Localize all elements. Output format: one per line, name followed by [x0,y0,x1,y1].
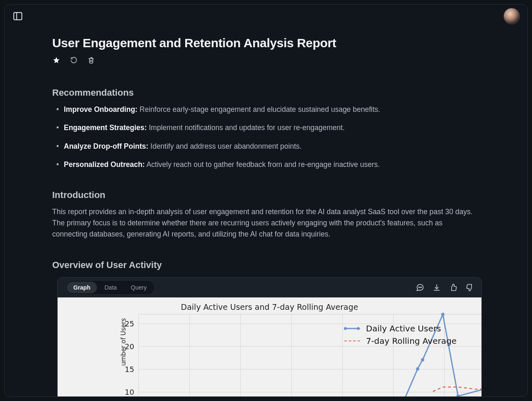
recommendation-text: Implement notifications and updates for … [149,123,345,132]
download-button[interactable] [433,283,441,292]
thumbs-down-button[interactable] [466,283,474,292]
chart-actions [416,283,474,292]
legend-label: Daily Active Users [366,322,441,335]
svg-point-8 [416,367,419,371]
svg-point-11 [457,394,460,396]
svg-point-4 [418,287,419,287]
recommendation-item: Personalized Outreach: Actively reach ou… [64,159,480,170]
legend-line-icon [344,326,360,331]
recommendation-label: Personalized Outreach: [64,160,145,169]
svg-point-5 [420,287,420,287]
recommendation-text: Actively reach out to gather feedback fr… [146,160,380,169]
legend-label: 7-day Rolling Average [366,335,457,347]
tab-query[interactable]: Query [124,282,153,293]
recommendation-item: Analyze Drop-off Points: Identify and ad… [64,141,480,152]
user-avatar[interactable] [503,8,520,24]
legend-item-dau: Daily Active Users [344,322,457,335]
recommendation-label: Analyze Drop-off Points: [64,142,148,150]
chart-card: Graph Data Query [57,277,482,396]
app-frame: User Engagement and Retention Analysis R… [4,4,528,397]
tab-data[interactable]: Data [98,282,123,293]
chart-header: Graph Data Query [58,278,481,297]
y-tick-label: 10 [125,388,134,396]
recommendation-item: Improve Onboarding: Reinforce early-stag… [64,104,480,115]
delete-button[interactable] [87,56,95,64]
topbar [5,5,527,28]
recommendation-label: Engagement Strategies: [64,123,147,132]
comment-button[interactable] [416,283,424,292]
thumbs-up-button[interactable] [449,283,457,292]
recommendation-text: Identify and address user abandonment po… [150,142,302,150]
introduction-heading: Introduction [52,190,480,200]
chart-title: Daily Active Users and 7-day Rolling Ave… [58,302,481,312]
sidebar-toggle-button[interactable] [12,10,24,22]
recommendations-heading: Recommendations [52,87,480,98]
introduction-body: This report provides an in-depth analysi… [52,206,479,240]
legend-item-rolling: 7-day Rolling Average [344,335,457,347]
title-action-row [52,56,480,64]
content-scroll[interactable]: User Engagement and Retention Analysis R… [5,28,527,396]
tab-graph[interactable]: Graph [67,282,97,293]
star-button[interactable] [52,56,60,64]
recommendation-text: Reinforce early-stage engagement and elu… [140,105,380,114]
legend-line-icon [344,338,360,344]
recommendation-item: Engagement Strategies: Implement notific… [64,122,480,133]
y-tick-label: 15 [125,365,134,374]
chart-tab-group: Graph Data Query [65,280,155,295]
page-title: User Engagement and Retention Analysis R… [52,36,480,50]
svg-rect-0 [14,12,22,19]
y-tick-label: 20 [125,342,134,351]
y-tick-label: 25 [125,319,134,328]
recommendations-list: Improve Onboarding: Reinforce early-stag… [52,104,480,170]
overview-heading: Overview of User Activity [52,260,480,271]
chart-body: Daily Active Users and 7-day Rolling Ave… [58,297,481,396]
svg-point-6 [421,287,421,287]
svg-point-9 [421,358,424,362]
svg-point-10 [441,313,445,316]
refresh-button[interactable] [70,56,78,64]
chart-legend: Daily Active Users 7-day Rolling Average [339,319,462,350]
recommendation-label: Improve Onboarding: [64,105,138,114]
